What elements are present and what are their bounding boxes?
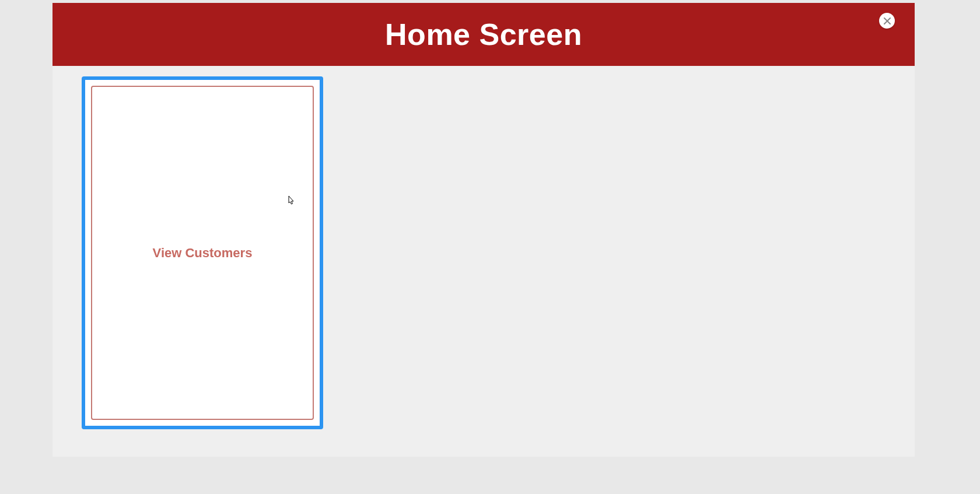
card-label: View Customers: [153, 246, 253, 261]
content-area: View Customers: [52, 66, 915, 440]
view-customers-card[interactable]: View Customers: [82, 76, 323, 429]
page-container: Home Screen View Customers: [52, 3, 915, 457]
close-icon: [883, 17, 891, 25]
page-title: Home Screen: [385, 17, 582, 52]
card-inner: View Customers: [91, 86, 314, 420]
header-bar: Home Screen: [52, 3, 915, 66]
close-button[interactable]: [879, 13, 895, 29]
